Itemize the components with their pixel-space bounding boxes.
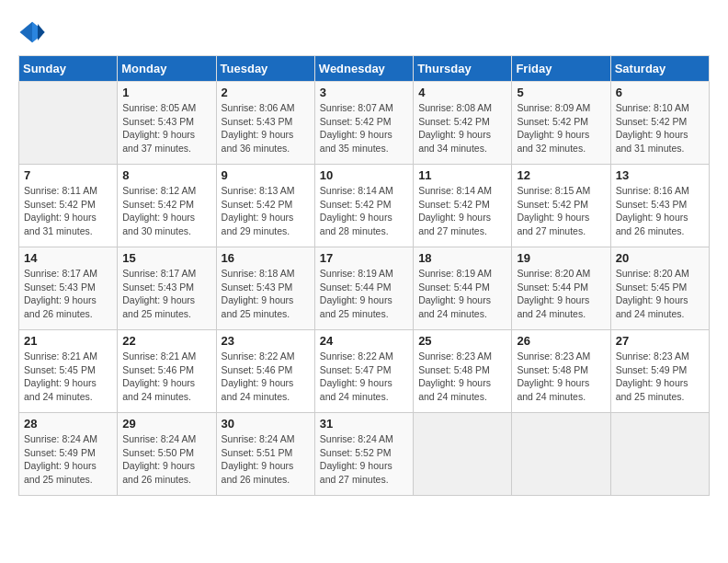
calendar-cell — [414, 413, 512, 496]
calendar-cell: 2Sunrise: 8:06 AMSunset: 5:43 PMDaylight… — [216, 82, 314, 165]
day-info: Sunrise: 8:19 AMSunset: 5:44 PMDaylight:… — [418, 267, 506, 321]
day-info: Sunrise: 8:06 AMSunset: 5:43 PMDaylight:… — [222, 101, 310, 155]
day-info: Sunrise: 8:22 AMSunset: 5:47 PMDaylight:… — [320, 350, 408, 404]
calendar-cell: 28Sunrise: 8:24 AMSunset: 5:49 PMDayligh… — [19, 413, 118, 496]
day-info: Sunrise: 8:12 AMSunset: 5:42 PMDaylight:… — [122, 184, 210, 238]
day-number: 11 — [418, 168, 506, 182]
svg-marker-2 — [38, 24, 45, 40]
day-number: 29 — [122, 417, 210, 431]
day-info: Sunrise: 8:17 AMSunset: 5:43 PMDaylight:… — [24, 267, 112, 321]
logo — [18, 18, 50, 46]
day-info: Sunrise: 8:10 AMSunset: 5:42 PMDaylight:… — [616, 101, 704, 155]
day-info: Sunrise: 8:20 AMSunset: 5:44 PMDaylight:… — [517, 267, 605, 321]
day-info: Sunrise: 8:21 AMSunset: 5:46 PMDaylight:… — [122, 350, 210, 404]
day-number: 20 — [616, 251, 704, 265]
day-header-monday: Monday — [118, 56, 216, 82]
day-info: Sunrise: 8:22 AMSunset: 5:46 PMDaylight:… — [222, 350, 310, 404]
day-number: 22 — [122, 334, 210, 348]
calendar-cell: 23Sunrise: 8:22 AMSunset: 5:46 PMDayligh… — [216, 330, 314, 413]
calendar-week-row: 1Sunrise: 8:05 AMSunset: 5:43 PMDaylight… — [19, 82, 710, 165]
day-info: Sunrise: 8:15 AMSunset: 5:42 PMDaylight:… — [517, 184, 605, 238]
day-info: Sunrise: 8:11 AMSunset: 5:42 PMDaylight:… — [24, 184, 112, 238]
calendar-cell: 21Sunrise: 8:21 AMSunset: 5:45 PMDayligh… — [19, 330, 118, 413]
calendar-header-row: SundayMondayTuesdayWednesdayThursdayFrid… — [19, 56, 710, 82]
day-header-saturday: Saturday — [610, 56, 709, 82]
calendar-cell: 14Sunrise: 8:17 AMSunset: 5:43 PMDayligh… — [19, 247, 118, 330]
day-info: Sunrise: 8:08 AMSunset: 5:42 PMDaylight:… — [418, 101, 506, 155]
day-number: 14 — [24, 251, 112, 265]
day-number: 28 — [24, 417, 112, 431]
calendar-cell: 11Sunrise: 8:14 AMSunset: 5:42 PMDayligh… — [414, 165, 512, 247]
calendar-cell — [610, 413, 709, 496]
day-info: Sunrise: 8:24 AMSunset: 5:51 PMDaylight:… — [222, 432, 310, 487]
calendar-cell: 20Sunrise: 8:20 AMSunset: 5:45 PMDayligh… — [610, 247, 709, 330]
calendar-week-row: 7Sunrise: 8:11 AMSunset: 5:42 PMDaylight… — [19, 165, 710, 247]
calendar-cell: 7Sunrise: 8:11 AMSunset: 5:42 PMDaylight… — [19, 165, 118, 247]
day-info: Sunrise: 8:20 AMSunset: 5:45 PMDaylight:… — [616, 267, 704, 321]
calendar-cell: 1Sunrise: 8:05 AMSunset: 5:43 PMDaylight… — [118, 82, 216, 165]
day-header-wednesday: Wednesday — [314, 56, 413, 82]
calendar-body: 1Sunrise: 8:05 AMSunset: 5:43 PMDaylight… — [19, 82, 710, 496]
calendar-week-row: 14Sunrise: 8:17 AMSunset: 5:43 PMDayligh… — [19, 247, 710, 330]
day-number: 10 — [320, 168, 408, 182]
day-number: 4 — [418, 86, 506, 99]
calendar-cell: 18Sunrise: 8:19 AMSunset: 5:44 PMDayligh… — [414, 247, 512, 330]
day-number: 25 — [418, 334, 506, 348]
calendar-cell — [512, 413, 610, 496]
day-number: 17 — [320, 251, 408, 265]
calendar-cell: 13Sunrise: 8:16 AMSunset: 5:43 PMDayligh… — [610, 165, 709, 247]
day-info: Sunrise: 8:24 AMSunset: 5:52 PMDaylight:… — [320, 432, 408, 487]
day-info: Sunrise: 8:13 AMSunset: 5:42 PMDaylight:… — [222, 184, 310, 238]
day-info: Sunrise: 8:19 AMSunset: 5:44 PMDaylight:… — [320, 267, 408, 321]
calendar-cell: 8Sunrise: 8:12 AMSunset: 5:42 PMDaylight… — [118, 165, 216, 247]
day-info: Sunrise: 8:23 AMSunset: 5:48 PMDaylight:… — [517, 350, 605, 404]
day-number: 26 — [517, 334, 605, 348]
calendar-cell: 24Sunrise: 8:22 AMSunset: 5:47 PMDayligh… — [314, 330, 413, 413]
calendar-cell: 26Sunrise: 8:23 AMSunset: 5:48 PMDayligh… — [512, 330, 610, 413]
day-number: 6 — [616, 86, 704, 99]
calendar-cell: 5Sunrise: 8:09 AMSunset: 5:42 PMDaylight… — [512, 82, 610, 165]
day-number: 23 — [222, 334, 310, 348]
calendar-cell: 4Sunrise: 8:08 AMSunset: 5:42 PMDaylight… — [414, 82, 512, 165]
calendar-cell: 17Sunrise: 8:19 AMSunset: 5:44 PMDayligh… — [314, 247, 413, 330]
logo-icon — [18, 18, 46, 46]
calendar-cell: 29Sunrise: 8:24 AMSunset: 5:50 PMDayligh… — [118, 413, 216, 496]
day-number: 15 — [122, 251, 210, 265]
calendar-cell: 25Sunrise: 8:23 AMSunset: 5:48 PMDayligh… — [414, 330, 512, 413]
calendar-week-row: 21Sunrise: 8:21 AMSunset: 5:45 PMDayligh… — [19, 330, 710, 413]
calendar-cell: 15Sunrise: 8:17 AMSunset: 5:43 PMDayligh… — [118, 247, 216, 330]
day-number: 12 — [517, 168, 605, 182]
calendar-cell: 19Sunrise: 8:20 AMSunset: 5:44 PMDayligh… — [512, 247, 610, 330]
day-number: 2 — [222, 86, 310, 99]
day-header-thursday: Thursday — [414, 56, 512, 82]
day-number: 5 — [517, 86, 605, 99]
day-info: Sunrise: 8:17 AMSunset: 5:43 PMDaylight:… — [122, 267, 210, 321]
day-info: Sunrise: 8:23 AMSunset: 5:48 PMDaylight:… — [418, 350, 506, 404]
day-number: 30 — [222, 417, 310, 431]
day-number: 18 — [418, 251, 506, 265]
day-info: Sunrise: 8:24 AMSunset: 5:50 PMDaylight:… — [122, 432, 210, 487]
day-number: 21 — [24, 334, 112, 348]
calendar-cell: 3Sunrise: 8:07 AMSunset: 5:42 PMDaylight… — [314, 82, 413, 165]
calendar-cell: 10Sunrise: 8:14 AMSunset: 5:42 PMDayligh… — [314, 165, 413, 247]
day-info: Sunrise: 8:18 AMSunset: 5:43 PMDaylight:… — [222, 267, 310, 321]
day-number: 27 — [616, 334, 704, 348]
day-number: 24 — [320, 334, 408, 348]
day-number: 31 — [320, 417, 408, 431]
page-header — [18, 18, 710, 46]
day-info: Sunrise: 8:16 AMSunset: 5:43 PMDaylight:… — [616, 184, 704, 238]
calendar-cell: 31Sunrise: 8:24 AMSunset: 5:52 PMDayligh… — [314, 413, 413, 496]
day-info: Sunrise: 8:21 AMSunset: 5:45 PMDaylight:… — [24, 350, 112, 404]
calendar-cell: 30Sunrise: 8:24 AMSunset: 5:51 PMDayligh… — [216, 413, 314, 496]
calendar-cell: 22Sunrise: 8:21 AMSunset: 5:46 PMDayligh… — [118, 330, 216, 413]
calendar-cell: 6Sunrise: 8:10 AMSunset: 5:42 PMDaylight… — [610, 82, 709, 165]
calendar-cell — [19, 82, 118, 165]
day-info: Sunrise: 8:23 AMSunset: 5:49 PMDaylight:… — [616, 350, 704, 404]
day-info: Sunrise: 8:14 AMSunset: 5:42 PMDaylight:… — [320, 184, 408, 238]
day-number: 7 — [24, 168, 112, 182]
day-number: 19 — [517, 251, 605, 265]
calendar-cell: 9Sunrise: 8:13 AMSunset: 5:42 PMDaylight… — [216, 165, 314, 247]
day-info: Sunrise: 8:05 AMSunset: 5:43 PMDaylight:… — [122, 101, 210, 155]
day-header-tuesday: Tuesday — [216, 56, 314, 82]
day-info: Sunrise: 8:07 AMSunset: 5:42 PMDaylight:… — [320, 101, 408, 155]
